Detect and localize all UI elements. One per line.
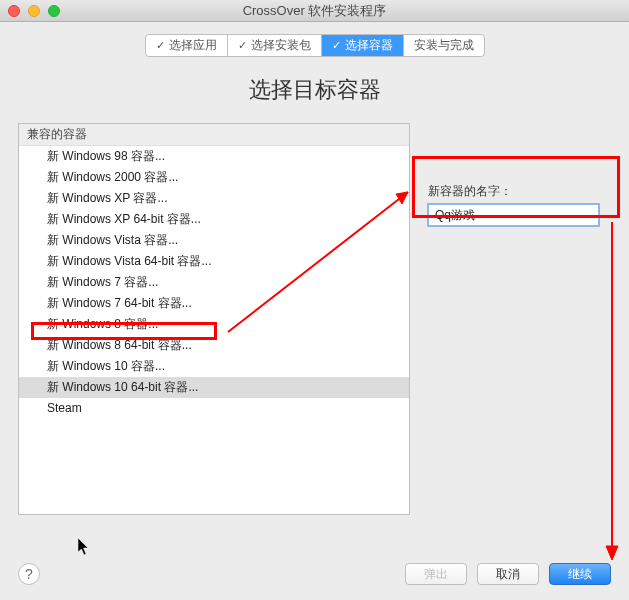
help-icon: ? [25, 566, 33, 582]
step-label: 选择应用 [169, 37, 217, 54]
step-install-finish[interactable]: 安装与完成 [404, 35, 484, 56]
close-window-button[interactable] [8, 5, 20, 17]
list-item[interactable]: 新 Windows Vista 64-bit 容器... [19, 251, 409, 272]
list-item[interactable]: 新 Windows 10 容器... [19, 356, 409, 377]
list-item[interactable]: 新 Windows XP 容器... [19, 188, 409, 209]
steps-bar: ✓ 选择应用 ✓ 选择安装包 ✓ 选择容器 安装与完成 [0, 22, 629, 75]
list-item[interactable]: 新 Windows 8 容器... [19, 314, 409, 335]
step-select-package[interactable]: ✓ 选择安装包 [228, 35, 322, 56]
cancel-button[interactable]: 取消 [477, 563, 539, 585]
eject-button: 弹出 [405, 563, 467, 585]
check-icon: ✓ [156, 39, 165, 52]
list-item[interactable]: 新 Windows 10 64-bit 容器... [19, 377, 409, 398]
right-panel: 新容器的名字： [410, 123, 611, 515]
step-select-bottle[interactable]: ✓ 选择容器 [322, 35, 404, 56]
list-item[interactable]: 新 Windows Vista 容器... [19, 230, 409, 251]
list-item[interactable]: 新 Windows 98 容器... [19, 146, 409, 167]
list-item[interactable]: 新 Windows 8 64-bit 容器... [19, 335, 409, 356]
list-item[interactable]: 新 Windows 7 容器... [19, 272, 409, 293]
minimize-window-button[interactable] [28, 5, 40, 17]
check-icon: ✓ [332, 39, 341, 52]
list-item[interactable]: 新 Windows 7 64-bit 容器... [19, 293, 409, 314]
continue-button[interactable]: 继续 [549, 563, 611, 585]
page-title: 选择目标容器 [0, 75, 629, 105]
step-select-app[interactable]: ✓ 选择应用 [146, 35, 228, 56]
bottle-name-label: 新容器的名字： [428, 183, 611, 200]
footer: ? 弹出 取消 继续 [0, 548, 629, 600]
step-label: 选择容器 [345, 37, 393, 54]
traffic-lights [8, 5, 60, 17]
list-item[interactable]: Steam [19, 398, 409, 419]
help-button[interactable]: ? [18, 563, 40, 585]
titlebar: CrossOver 软件安装程序 [0, 0, 629, 22]
step-label: 安装与完成 [414, 37, 474, 54]
window-title: CrossOver 软件安装程序 [0, 2, 629, 20]
list-item[interactable]: 新 Windows 2000 容器... [19, 167, 409, 188]
content: 兼容的容器 新 Windows 98 容器...新 Windows 2000 容… [0, 123, 629, 515]
check-icon: ✓ [238, 39, 247, 52]
list-item[interactable]: 新 Windows XP 64-bit 容器... [19, 209, 409, 230]
step-label: 选择安装包 [251, 37, 311, 54]
list-header: 兼容的容器 [19, 124, 409, 146]
bottle-list-panel: 兼容的容器 新 Windows 98 容器...新 Windows 2000 容… [18, 123, 410, 515]
zoom-window-button[interactable] [48, 5, 60, 17]
install-steps: ✓ 选择应用 ✓ 选择安装包 ✓ 选择容器 安装与完成 [145, 34, 485, 57]
bottle-name-input[interactable] [428, 204, 599, 226]
